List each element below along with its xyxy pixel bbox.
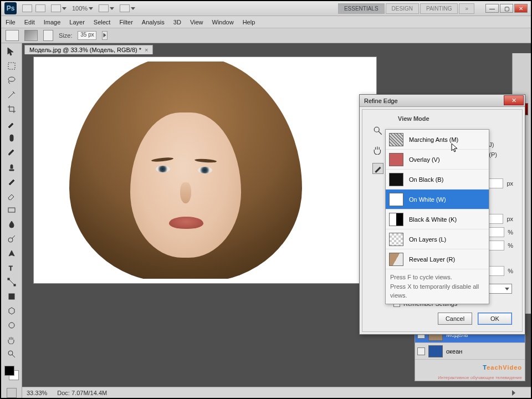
- menu-layer[interactable]: Layer: [69, 19, 85, 25]
- menu-filter[interactable]: Filter: [119, 19, 132, 25]
- zoom-tool-icon[interactable]: [6, 348, 18, 360]
- refine-radius-tool-icon[interactable]: [372, 163, 383, 174]
- wand-tool-icon[interactable]: [6, 89, 18, 101]
- on-black-thumb: [389, 173, 403, 186]
- menu-analysis[interactable]: Analysis: [142, 19, 165, 25]
- workspace-tab-painting[interactable]: PAINTING: [420, 3, 458, 14]
- close-tab-icon[interactable]: ×: [145, 47, 148, 53]
- dropdown-item-overlay[interactable]: Overlay (V): [386, 150, 489, 170]
- status-zoom[interactable]: 33.33%: [27, 390, 47, 396]
- brush-alt-icon[interactable]: [43, 30, 53, 41]
- dropdown-item-on-white[interactable]: On White (W): [386, 190, 489, 209]
- dialog-titlebar[interactable]: Refine Edge ✕: [360, 95, 525, 107]
- shape-tool-icon[interactable]: [6, 290, 18, 303]
- dodge-tool-icon[interactable]: [6, 233, 18, 245]
- layer-thumb: [428, 345, 443, 357]
- move-tool-icon[interactable]: [6, 45, 18, 58]
- marquee-tool-icon[interactable]: [6, 60, 18, 72]
- on-white-thumb: [389, 193, 403, 206]
- svg-rect-7: [14, 284, 16, 286]
- menu-3d[interactable]: 3D: [173, 19, 181, 25]
- menu-window[interactable]: Window: [212, 19, 234, 25]
- workspace-tab-design[interactable]: DESIGN: [386, 3, 419, 14]
- color-swatches[interactable]: [4, 366, 19, 380]
- dropdown-label: Reveal Layer (R): [409, 256, 455, 263]
- titlebar: Ps 100% ESSENTIALS DESIGN PAINTING » — ▢…: [1, 1, 531, 16]
- blur-tool-icon[interactable]: [6, 218, 18, 231]
- dropdown-label: Overlay (V): [409, 156, 440, 163]
- minimize-button[interactable]: —: [485, 4, 499, 13]
- eyedropper-tool-icon[interactable]: [6, 117, 18, 130]
- hand-tool-dlg-icon[interactable]: [372, 144, 383, 155]
- zoom-combo[interactable]: 100%: [72, 5, 93, 12]
- dropdown-item-on-black[interactable]: On Black (B): [386, 170, 489, 190]
- bridge-icon[interactable]: [22, 4, 32, 12]
- dropdown-item-bw[interactable]: Black & White (K): [386, 209, 489, 229]
- close-button[interactable]: ✕: [514, 4, 528, 13]
- canvas-content: [38, 62, 372, 279]
- size-input[interactable]: 35 px: [78, 31, 96, 40]
- 3d-tool-icon[interactable]: [6, 305, 18, 317]
- reveal-thumb: [389, 253, 403, 266]
- size-caret-icon[interactable]: [102, 31, 108, 40]
- workspace-tab-essentials[interactable]: ESSENTIALS: [338, 3, 385, 14]
- menu-help[interactable]: Help: [243, 19, 255, 25]
- path-tool-icon[interactable]: [6, 276, 18, 288]
- eraser-tool-icon[interactable]: [6, 190, 18, 202]
- options-bar: Size: 35 px: [1, 28, 531, 43]
- dropdown-item-marching-ants[interactable]: Marching Ants (M): [386, 130, 489, 150]
- dropdown-help: Press F to cycle views. Press X to tempo…: [386, 269, 489, 304]
- layer-row-ocean[interactable]: океан: [415, 343, 525, 360]
- zoom-value: 100%: [72, 5, 88, 12]
- svg-point-10: [8, 351, 13, 355]
- menu-view[interactable]: View: [190, 19, 203, 25]
- app-root: Ps 100% ESSENTIALS DESIGN PAINTING » — ▢…: [1, 1, 531, 398]
- quickmask-icon[interactable]: [7, 388, 17, 398]
- unit-pct: %: [508, 229, 513, 236]
- 3d-camera-icon[interactable]: [6, 319, 18, 331]
- tool-preset-icon[interactable]: [6, 30, 19, 41]
- brush-icon[interactable]: [24, 30, 38, 41]
- cancel-button[interactable]: Cancel: [438, 313, 472, 325]
- menu-select[interactable]: Select: [94, 19, 111, 25]
- hand-tool-icon[interactable]: [6, 334, 18, 346]
- menu-edit[interactable]: Edit: [24, 19, 35, 25]
- on-layers-thumb: [389, 233, 403, 246]
- screen-mode-dropdown[interactable]: [51, 4, 66, 12]
- pen-tool-icon[interactable]: [6, 247, 18, 259]
- workspace-tab-more[interactable]: »: [459, 3, 474, 14]
- document-tab[interactable]: Модель.jpg @ 33.3% (Модель, RGB/8) * ×: [24, 45, 153, 54]
- type-tool-icon[interactable]: T: [6, 262, 18, 274]
- stamp-tool-icon[interactable]: [6, 161, 18, 173]
- dialog-close-button[interactable]: ✕: [504, 95, 524, 105]
- maximize-button[interactable]: ▢: [500, 4, 513, 13]
- zoom-tool-dlg-icon[interactable]: [372, 125, 383, 136]
- overlay-thumb: [389, 153, 403, 166]
- ok-button[interactable]: OK: [478, 313, 512, 325]
- mini-bridge-icon[interactable]: [35, 4, 45, 12]
- crop-tool-icon[interactable]: [6, 103, 18, 115]
- menu-file[interactable]: File: [6, 19, 16, 25]
- dropdown-item-on-layers[interactable]: On Layers (L): [386, 229, 489, 249]
- dialog-title: Refine Edge: [364, 98, 398, 104]
- svg-point-11: [374, 127, 379, 132]
- status-flyout-icon[interactable]: [512, 390, 515, 396]
- visibility-icon[interactable]: [417, 347, 425, 355]
- dropdown-label: On Black (B): [409, 176, 443, 183]
- statusbar: 33.33% Doc: 7.07M/14.4M: [22, 387, 531, 398]
- size-label: Size:: [59, 32, 72, 39]
- canvas[interactable]: [33, 57, 377, 284]
- arrange-docs-dropdown[interactable]: [99, 4, 114, 12]
- brush-tool-icon[interactable]: [6, 146, 18, 158]
- svg-rect-8: [9, 294, 14, 299]
- gradient-tool-icon[interactable]: [6, 204, 18, 216]
- svg-rect-3: [8, 208, 15, 212]
- dropdown-item-reveal[interactable]: Reveal Layer (R): [386, 249, 489, 269]
- history-brush-icon[interactable]: [6, 175, 18, 187]
- svg-rect-0: [8, 63, 15, 69]
- lasso-tool-icon[interactable]: [6, 74, 18, 86]
- bw-thumb: [389, 213, 403, 226]
- heal-tool-icon[interactable]: [6, 132, 18, 144]
- extras-dropdown[interactable]: [120, 4, 135, 12]
- menu-image[interactable]: Image: [44, 19, 61, 25]
